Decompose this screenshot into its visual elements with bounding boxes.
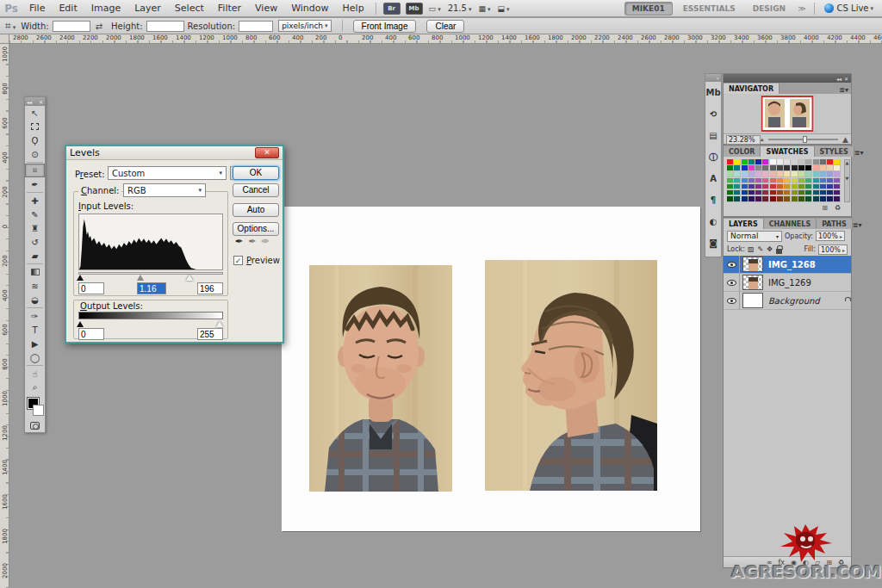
- color-swatch[interactable]: [834, 184, 841, 190]
- front-image-button[interactable]: Front Image: [353, 20, 417, 33]
- menu-help[interactable]: Help: [336, 3, 371, 14]
- color-swatch[interactable]: [770, 178, 777, 184]
- navigator-preview[interactable]: [724, 94, 851, 133]
- color-swatch[interactable]: [777, 190, 784, 196]
- preset-select[interactable]: Custom▾: [108, 166, 227, 180]
- channel-select[interactable]: RGB▾: [123, 183, 206, 197]
- color-swatch[interactable]: [762, 165, 769, 171]
- layer-row-img_1268[interactable]: IMG_1268: [724, 256, 851, 274]
- color-swatch[interactable]: [748, 178, 755, 184]
- output-white-slider[interactable]: [216, 321, 223, 327]
- color-swatch[interactable]: [755, 159, 762, 165]
- color-swatch[interactable]: [748, 159, 755, 165]
- cs-live-button[interactable]: CS Live ▾: [824, 3, 873, 13]
- color-swatch[interactable]: [727, 171, 734, 177]
- color-swatch[interactable]: [748, 165, 755, 171]
- color-swatch[interactable]: [777, 184, 784, 190]
- color-swatch[interactable]: [792, 196, 798, 202]
- color-swatch[interactable]: [755, 196, 762, 202]
- lock-pixels-icon[interactable]: ✎: [758, 245, 764, 253]
- adjustments-icon[interactable]: ◐: [705, 211, 721, 232]
- marquee-tool[interactable]: [25, 120, 45, 133]
- color-swatch[interactable]: [784, 190, 791, 196]
- eyedropper-tool[interactable]: ✒: [25, 177, 45, 191]
- tab-channels[interactable]: CHANNELS: [764, 219, 817, 229]
- background-color-chip[interactable]: [33, 405, 44, 416]
- screen-mode-icon[interactable]: ⬓▾: [497, 4, 509, 13]
- layer-thumbnail[interactable]: [742, 293, 763, 308]
- color-swatch[interactable]: [834, 165, 841, 171]
- info-icon[interactable]: ⓘ: [705, 146, 721, 168]
- color-swatch[interactable]: [834, 178, 841, 184]
- color-swatch[interactable]: [820, 171, 827, 177]
- arrange-documents-icon[interactable]: ▦▾: [478, 4, 490, 13]
- mini-bridge-icon[interactable]: Mb: [406, 3, 423, 15]
- color-swatch[interactable]: [792, 178, 798, 184]
- gradient-tool[interactable]: [25, 265, 45, 279]
- bridge-icon[interactable]: Br: [383, 3, 401, 15]
- color-swatch[interactable]: [813, 165, 820, 171]
- color-swatch[interactable]: [734, 184, 741, 190]
- character-icon[interactable]: A: [705, 168, 721, 189]
- output-black-field[interactable]: [78, 328, 104, 340]
- swatches-scrollbar[interactable]: ▲▼: [844, 159, 850, 202]
- quick-mask-button[interactable]: [25, 419, 45, 432]
- color-swatch[interactable]: [762, 171, 769, 177]
- workspace-essentials[interactable]: ESSENTIALS: [676, 3, 742, 15]
- color-swatch[interactable]: [727, 159, 734, 165]
- color-swatch[interactable]: [770, 171, 777, 177]
- color-swatch[interactable]: [792, 171, 798, 177]
- color-swatch[interactable]: [770, 190, 777, 196]
- color-swatch[interactable]: [820, 159, 827, 165]
- workspace-overflow-icon[interactable]: ≫: [798, 4, 805, 13]
- color-swatch[interactable]: [798, 159, 805, 165]
- lock-position-icon[interactable]: ✥: [767, 245, 773, 253]
- color-swatch[interactable]: [798, 190, 805, 196]
- lock-transparency-icon[interactable]: ▨: [748, 245, 755, 253]
- visibility-toggle[interactable]: [724, 256, 740, 274]
- color-swatch[interactable]: [762, 184, 769, 190]
- color-swatch[interactable]: [748, 196, 755, 202]
- color-swatch[interactable]: [755, 171, 762, 177]
- height-input[interactable]: [146, 21, 184, 32]
- input-black-slider[interactable]: [77, 275, 84, 281]
- color-swatch[interactable]: [784, 171, 791, 177]
- color-swatch[interactable]: [734, 190, 741, 196]
- layer-row-img_1269[interactable]: IMG_1269: [724, 274, 851, 292]
- color-swatch[interactable]: [742, 190, 748, 196]
- tab-styles[interactable]: STYLES: [815, 146, 854, 157]
- ok-button[interactable]: OK: [233, 166, 279, 180]
- color-swatch[interactable]: [762, 178, 769, 184]
- color-swatch[interactable]: [827, 171, 834, 177]
- color-swatch[interactable]: [827, 184, 834, 190]
- navigator-zoom-slider[interactable]: [768, 139, 839, 140]
- color-swatch[interactable]: [734, 165, 741, 171]
- pen-tool[interactable]: ✑: [25, 309, 45, 323]
- clear-button[interactable]: Clear: [426, 20, 464, 33]
- zoom-tool[interactable]: ⌕: [25, 381, 45, 394]
- input-white-slider[interactable]: [186, 275, 193, 281]
- color-swatch[interactable]: [762, 190, 769, 196]
- color-swatch[interactable]: [784, 184, 791, 190]
- lasso-tool[interactable]: Ϙ: [25, 133, 45, 147]
- color-swatch[interactable]: [834, 190, 841, 196]
- color-swatch[interactable]: [798, 171, 805, 177]
- tab-paths[interactable]: PATHS: [817, 219, 853, 229]
- color-swatch[interactable]: [820, 184, 827, 190]
- history-icon[interactable]: ⟲: [705, 103, 721, 125]
- tools-panel-header[interactable]: ◂◂✕: [25, 97, 45, 106]
- tab-swatches[interactable]: SWATCHES: [761, 146, 814, 157]
- opacity-field[interactable]: 100%▸: [816, 231, 845, 241]
- color-swatch[interactable]: [805, 159, 812, 165]
- tab-color[interactable]: COLOR: [724, 146, 761, 157]
- mini-bridge-icon[interactable]: Mb: [705, 82, 721, 103]
- color-swatch[interactable]: [762, 159, 769, 165]
- color-swatch[interactable]: [827, 159, 834, 165]
- color-swatch[interactable]: [742, 178, 748, 184]
- blend-mode-select[interactable]: Normal▾: [727, 231, 782, 242]
- color-swatch[interactable]: [727, 165, 734, 171]
- color-swatch[interactable]: [813, 159, 820, 165]
- color-swatch[interactable]: [734, 178, 741, 184]
- image-icon[interactable]: ▤: [705, 125, 721, 146]
- type-tool[interactable]: T: [25, 323, 45, 337]
